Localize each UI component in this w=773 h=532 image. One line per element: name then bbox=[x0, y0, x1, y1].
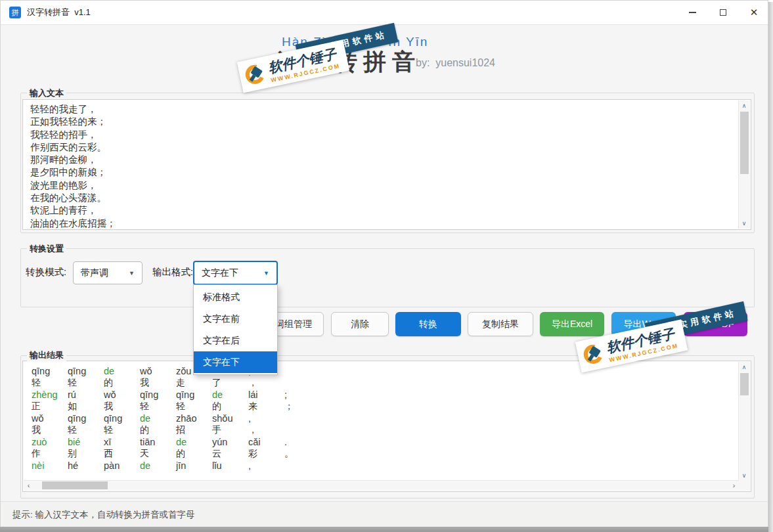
export-excel-button[interactable]: 导出Excel bbox=[540, 312, 604, 336]
output-row-pinyin: zuòbiéxītiāndeyúncǎi. bbox=[32, 436, 320, 448]
output-horizontal-scrollbar[interactable]: ‹ › bbox=[24, 480, 739, 491]
hammer-logo-icon bbox=[244, 63, 267, 87]
app-window: 拼 汉字转拼音 v1.1 ✕ Hàn Zì Zhuǎn Pīn Yīn 汉字转拼… bbox=[0, 0, 768, 527]
output-cell: lái bbox=[248, 389, 284, 400]
output-cell: xī bbox=[104, 437, 140, 447]
header-byline: by: yuensui1024 bbox=[416, 57, 495, 69]
output-cell: 轻 bbox=[68, 377, 104, 389]
input-text-line: 那河畔的金柳， bbox=[30, 154, 116, 166]
scroll-left-icon[interactable]: ‹ bbox=[24, 481, 33, 490]
copy-result-button[interactable]: 复制结果 bbox=[468, 312, 533, 336]
output-row-pinyin: zhèngrúwǒqīngqīngdelái; bbox=[32, 389, 320, 401]
output-cell: zuò bbox=[32, 437, 68, 447]
chevron-down-icon: ▼ bbox=[129, 270, 135, 277]
scroll-right-icon[interactable]: › bbox=[729, 481, 739, 490]
input-text-line: 波光里的艳影， bbox=[30, 179, 116, 192]
scrollbar-thumb[interactable] bbox=[740, 373, 749, 395]
output-cell: 我 bbox=[140, 377, 176, 389]
output-cell: 作 bbox=[32, 448, 68, 460]
output-cell: 招 bbox=[176, 424, 212, 436]
output-vertical-scrollbar[interactable]: ∧ ∨ bbox=[738, 362, 750, 481]
output-grid: qīngqīngdewǒzǒule,轻轻的我走了，zhèngrúwǒqīngqī… bbox=[32, 365, 320, 472]
scroll-down-icon[interactable]: ∨ bbox=[739, 470, 749, 481]
close-button[interactable]: ✕ bbox=[739, 1, 769, 24]
output-row-hanzi: 我轻轻的招手， bbox=[32, 424, 320, 436]
format-select[interactable]: 文字在下 ▼ bbox=[193, 261, 278, 285]
output-cell: 云 bbox=[212, 448, 248, 460]
output-cell: qīng bbox=[68, 413, 104, 424]
input-text-line: 作别西天的云彩。 bbox=[30, 141, 116, 154]
format-option[interactable]: 文字在下 bbox=[194, 351, 277, 373]
output-cell: zhāo bbox=[176, 413, 212, 424]
output-cell: de bbox=[176, 437, 212, 447]
output-cell: 西 bbox=[104, 448, 140, 460]
output-cell: . bbox=[284, 437, 320, 447]
scroll-down-icon[interactable]: ∨ bbox=[739, 218, 749, 229]
output-row-pinyin: nèihépàndejīnlǐu, bbox=[32, 460, 320, 472]
settings-group-label: 转换设置 bbox=[27, 243, 66, 255]
output-cell: 我 bbox=[32, 424, 68, 436]
output-cell: de bbox=[104, 366, 140, 376]
output-cell: 彩 bbox=[248, 448, 284, 460]
scroll-up-icon[interactable]: ∧ bbox=[739, 362, 749, 372]
chevron-down-icon: ▼ bbox=[263, 270, 269, 277]
format-label: 输出格式: bbox=[152, 266, 193, 278]
output-cell: 轻 bbox=[176, 401, 212, 412]
output-cell: wǒ bbox=[104, 389, 140, 400]
input-text-line: 油油的在水底招摇； bbox=[30, 217, 116, 230]
output-cell: ， bbox=[248, 377, 284, 389]
format-option[interactable]: 标准格式 bbox=[194, 286, 277, 308]
output-row-pinyin: wǒqīngqīngdezhāoshǒu, bbox=[32, 412, 320, 424]
output-cell: rú bbox=[68, 389, 104, 400]
format-option[interactable]: 文字在后 bbox=[194, 330, 277, 351]
output-cell: lǐu bbox=[212, 460, 248, 471]
output-cell: 的 bbox=[140, 424, 176, 436]
output-cell: pàn bbox=[104, 460, 140, 471]
titlebar: 拼 汉字转拼音 v1.1 ✕ bbox=[1, 1, 768, 25]
output-cell: jīn bbox=[176, 460, 212, 471]
scrollbar-thumb[interactable] bbox=[42, 481, 108, 489]
window-shadow-bottom bbox=[0, 527, 768, 532]
minimize-button[interactable] bbox=[677, 1, 707, 24]
output-cell: qīng bbox=[176, 389, 212, 400]
output-cell: 如 bbox=[68, 401, 104, 412]
output-cell: ， bbox=[248, 424, 284, 436]
scroll-up-icon[interactable]: ∧ bbox=[739, 100, 749, 111]
output-cell: , bbox=[248, 460, 284, 471]
export-pdf-button[interactable]: 导出PDF bbox=[684, 312, 747, 336]
input-text-line: 软泥上的青荇， bbox=[30, 204, 116, 217]
window-title: 汉字转拼音 v1.1 bbox=[27, 1, 91, 24]
convert-button[interactable]: 转换 bbox=[395, 312, 461, 336]
output-cell: qīng bbox=[32, 366, 68, 376]
mode-select[interactable]: 带声调 ▼ bbox=[73, 261, 143, 284]
status-bar: 提示: 输入汉字文本，自动转换为拼音或首字母 bbox=[1, 501, 768, 527]
input-vertical-scrollbar[interactable]: ∧ ∨ bbox=[738, 100, 750, 229]
output-cell: de bbox=[140, 413, 176, 424]
output-cell: 的 bbox=[104, 377, 140, 389]
clear-button[interactable]: 清除 bbox=[331, 312, 389, 336]
output-row-hanzi: 正如我轻轻的来； bbox=[32, 401, 320, 412]
output-cell: , bbox=[248, 413, 284, 424]
export-word-button[interactable]: 导出Word bbox=[611, 312, 676, 336]
output-cell: nèi bbox=[32, 460, 68, 471]
scrollbar-thumb[interactable] bbox=[740, 112, 749, 174]
output-cell: hé bbox=[68, 460, 104, 471]
output-cell: 天 bbox=[140, 448, 176, 460]
maximize-button[interactable] bbox=[708, 1, 738, 24]
window-shadow-right bbox=[768, 2, 773, 532]
output-cell: 我 bbox=[104, 401, 140, 412]
output-cell: bié bbox=[68, 437, 104, 447]
output-group-label: 输出结果 bbox=[27, 349, 66, 361]
output-area[interactable]: qīngqīngdewǒzǒule,轻轻的我走了，zhèngrúwǒqīngqī… bbox=[22, 361, 751, 492]
output-cell: qīng bbox=[140, 389, 176, 400]
output-cell: ； bbox=[284, 401, 320, 412]
output-cell: cǎi bbox=[248, 437, 284, 447]
input-textarea[interactable]: 轻轻的我走了，正如我轻轻的来；我轻轻的招手，作别西天的云彩。那河畔的金柳，是夕阳… bbox=[22, 99, 751, 230]
output-cell: ; bbox=[284, 389, 320, 400]
output-cell: 的 bbox=[212, 401, 248, 412]
app-icon: 拼 bbox=[9, 7, 21, 18]
output-cell: 正 bbox=[32, 401, 68, 412]
format-option[interactable]: 文字在前 bbox=[194, 308, 277, 330]
output-cell: 来 bbox=[248, 401, 284, 412]
output-row-hanzi: 作别西天的云彩。 bbox=[32, 448, 320, 460]
